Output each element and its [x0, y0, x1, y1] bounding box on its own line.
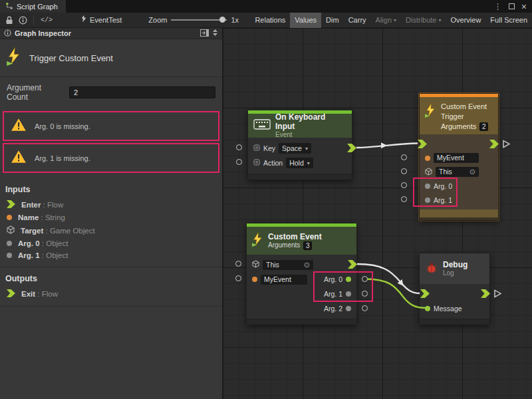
keyboard-trigger-output-port[interactable] — [347, 143, 356, 155]
message-input-dot[interactable] — [425, 306, 430, 311]
graph-inspector-header: Graph Inspector — [0, 28, 222, 39]
chevron-down-icon: ▾ — [439, 13, 442, 28]
input-pin-target: Target : Game Object — [0, 223, 222, 237]
string-port-icon — [425, 156, 430, 161]
action-label: Action — [263, 159, 283, 167]
event-arg0-row: Arg. 0 — [321, 272, 354, 287]
fullscreen-button[interactable]: Full Screen — [485, 13, 532, 28]
relations-button[interactable]: Relations — [250, 13, 290, 28]
event-name-field[interactable]: MyEvent — [434, 153, 479, 163]
node-title: On Keyboard Input — [275, 112, 346, 131]
trigger-name-port[interactable] — [401, 154, 407, 160]
selected-unit-header: Trigger Custom Event — [0, 39, 222, 76]
close-window-icon[interactable]: × — [521, 1, 527, 12]
chevron-down-icon: ▾ — [305, 146, 308, 152]
script-graph-icon — [5, 2, 13, 11]
arg1-label: Arg. 1 — [324, 290, 342, 298]
keyboard-icon — [253, 119, 271, 132]
zoom-label: Zoom — [144, 13, 167, 28]
node-title: Debug — [443, 260, 467, 269]
graph-canvas[interactable]: On Keyboard Input Event Key Space ▾ Acti… — [223, 28, 532, 399]
zoom-slider[interactable] — [171, 19, 227, 21]
outputs-heading: Outputs — [0, 267, 222, 287]
chevron-down-icon: ▾ — [307, 160, 310, 166]
object-port-icon — [7, 253, 12, 258]
zoom-slider-handle[interactable] — [219, 17, 225, 23]
action-dropdown[interactable]: Hold ▾ — [286, 158, 313, 168]
trigger-enter-port[interactable] — [418, 139, 427, 151]
key-input-port[interactable] — [236, 144, 242, 150]
panel-scroll-arrows-icon[interactable] — [212, 29, 218, 38]
tab-script-graph[interactable]: Script Graph — [0, 0, 66, 13]
tab-title: Script Graph — [17, 3, 58, 11]
info-icon[interactable] — [16, 13, 29, 28]
warning-text: Arg. 1 is missing. — [35, 154, 90, 162]
graph-asset-icon — [80, 13, 88, 28]
dim-button[interactable]: Dim — [321, 13, 344, 28]
trigger-exit-port[interactable] — [489, 139, 499, 151]
event-target-port[interactable] — [235, 261, 241, 267]
lock-icon[interactable] — [3, 13, 16, 28]
object-port-icon — [425, 184, 430, 189]
target-picker-icon[interactable]: ⊙ — [304, 260, 310, 270]
arg2-label: Arg. 2 — [324, 305, 342, 313]
wire-arrowhead — [381, 142, 387, 148]
graph-inspector-panel: Graph Inspector Trigger Custom Event Arg… — [0, 28, 223, 399]
action-input-port[interactable] — [236, 159, 242, 165]
cube-icon — [7, 225, 15, 235]
event-arg1-row: Arg. 1 — [321, 287, 354, 301]
inspector-title: Graph Inspector — [15, 29, 71, 37]
values-button[interactable]: Values — [290, 13, 321, 28]
debug-enter-port[interactable] — [420, 289, 430, 301]
align-button[interactable]: Align ▾ — [371, 13, 401, 28]
debug-exit-port[interactable] — [481, 289, 490, 301]
event-arg2-row: Arg. 2 — [321, 301, 354, 316]
event-trigger-output-port[interactable] — [348, 259, 357, 271]
event-name-field[interactable]: MyEvent — [261, 275, 307, 285]
node-debug-log[interactable]: Debug Log Message — [419, 253, 490, 325]
warning-icon — [11, 150, 27, 166]
node-on-keyboard-input[interactable]: On Keyboard Input Event Key Space ▾ Acti… — [247, 110, 352, 180]
bug-icon — [425, 262, 438, 276]
node-custom-event[interactable]: Custom Event Arguments 3 This ⊙ — [246, 223, 357, 325]
event-arg1-outer-port[interactable] — [362, 291, 368, 297]
graph-breadcrumb[interactable]: EventTest — [75, 13, 126, 28]
node-title-line1: Custom Event — [441, 102, 488, 112]
graph-toolbar: </> EventTest Zoom 1x Relations Values D… — [0, 13, 532, 28]
input-pin-enter: Enter : Flow — [0, 198, 222, 211]
warning-arg0-missing: Arg. 0 is missing. — [3, 111, 219, 141]
trigger-arg0-port[interactable] — [401, 182, 407, 188]
output-pin-exit: Exit : Flow — [0, 287, 222, 301]
target-picker-icon[interactable]: ⊙ — [469, 167, 475, 177]
trigger-target-port[interactable] — [401, 168, 407, 174]
distribute-button[interactable]: Distribute ▾ — [401, 13, 446, 28]
arg0-label: Arg. 0 — [324, 275, 342, 283]
input-pin-arg1: Arg. 1 : Object — [0, 249, 222, 261]
inputs-heading: Inputs — [0, 178, 222, 198]
argument-count-label: Argument Count — [7, 83, 64, 102]
input-pin-name: Name : String — [0, 211, 222, 223]
argument-count-badge: 3 — [303, 241, 312, 250]
event-arg2-outer-port[interactable] — [362, 305, 368, 311]
carry-button[interactable]: Carry — [344, 13, 371, 28]
key-dropdown[interactable]: Space ▾ — [279, 143, 311, 154]
dock-panel-icon[interactable] — [200, 29, 209, 38]
object-port-icon — [7, 241, 12, 246]
info-icon — [4, 29, 11, 38]
arg1-output-dot[interactable] — [346, 291, 351, 297]
trigger-arg1-port[interactable] — [401, 196, 407, 202]
chevron-down-icon: ▾ — [394, 13, 396, 28]
arg0-output-dot[interactable] — [346, 277, 351, 282]
node-trigger-custom-event[interactable]: Custom Event Trigger Arguments 2 MyEvent — [419, 93, 499, 221]
arg2-output-dot[interactable] — [346, 306, 351, 311]
code-view-icon[interactable]: </> — [38, 13, 55, 28]
overview-button[interactable]: Overview — [446, 13, 486, 28]
event-arg0-outer-port[interactable] — [362, 276, 368, 282]
restore-window-icon[interactable] — [509, 3, 515, 9]
target-field[interactable]: This ⊙ — [263, 260, 313, 270]
argument-count-input[interactable] — [69, 86, 215, 98]
string-port-icon — [252, 277, 257, 282]
event-name-port[interactable] — [235, 275, 241, 281]
kebab-menu-icon[interactable]: ⋮ — [494, 2, 502, 11]
target-field[interactable]: This ⊙ — [436, 167, 479, 177]
